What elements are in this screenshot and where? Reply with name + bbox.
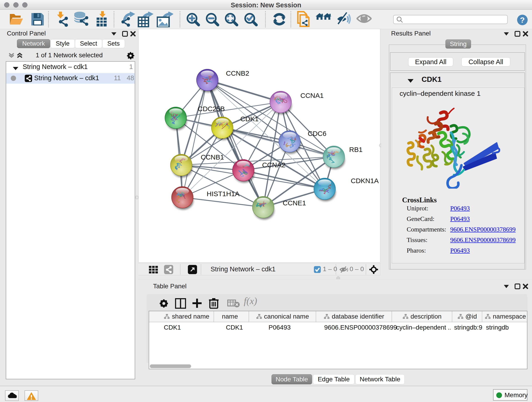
svg-text:CCNB2: CCNB2 bbox=[226, 70, 249, 77]
svg-text:CCNA1: CCNA1 bbox=[300, 92, 324, 99]
svg-text:CDKN1A: CDKN1A bbox=[351, 177, 379, 185]
svg-text:CCNB1: CCNB1 bbox=[201, 153, 224, 161]
svg-text:CDK1: CDK1 bbox=[240, 115, 259, 123]
svg-text:CCNA2: CCNA2 bbox=[262, 161, 285, 169]
svg-text:CDC6: CDC6 bbox=[308, 130, 326, 137]
svg-text:HIST1H1A: HIST1H1A bbox=[207, 190, 239, 198]
svg-text:CCNE1: CCNE1 bbox=[283, 199, 306, 207]
svg-text:?: ? bbox=[520, 16, 525, 24]
svg-text:RB1: RB1 bbox=[349, 146, 362, 153]
svg-text:CDC25B: CDC25B bbox=[198, 105, 225, 113]
